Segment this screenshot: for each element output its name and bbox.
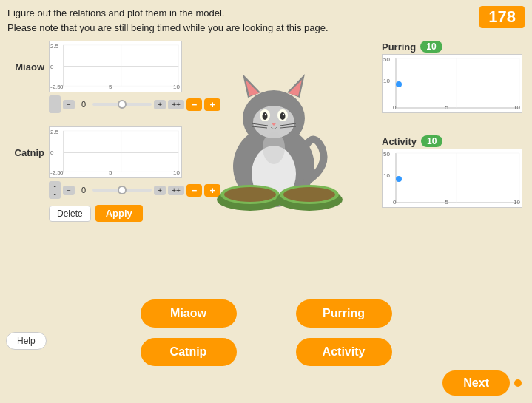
- miaow-dec-dec-btn[interactable]: --: [49, 95, 61, 113]
- catnip-graph-svg: [50, 127, 181, 177]
- miaow-graph: 2.5 0 -2.5 0 5 10: [49, 41, 182, 92]
- miaow-y-bot: -2.5: [50, 84, 61, 90]
- instruction-text: Figure out the relations and plot them i…: [7, 6, 329, 35]
- svg-point-23: [280, 112, 286, 120]
- next-row: Next: [442, 370, 522, 396]
- purring-x-end: 10: [514, 104, 520, 111]
- miaow-big-button[interactable]: Miaow: [141, 299, 237, 328]
- catnip-y-mid: 0: [50, 149, 53, 156]
- miaow-y-top: 2.5: [50, 43, 58, 50]
- timer-badge: 178: [479, 6, 525, 28]
- miaow-label: Miaow: [6, 61, 44, 72]
- catnip-block: Catnip 2.5 0 -2.5 0 5 10: [6, 126, 220, 222]
- purring-y-top: 50: [383, 56, 390, 63]
- bottom-buttons: Miaow Catnip Purring Activity: [0, 299, 532, 366]
- purring-value-badge: 10: [420, 41, 442, 53]
- activity-value-badge: 10: [421, 135, 442, 147]
- left-panel: Miaow 2.5 0 -2.5 0 5 10: [6, 38, 220, 222]
- svg-point-36: [283, 187, 335, 202]
- activity-output-label: Activity: [382, 136, 417, 147]
- catnip-inc-btn[interactable]: +: [154, 186, 166, 195]
- activity-graph-svg: [383, 149, 523, 209]
- miaow-dec-btn[interactable]: −: [63, 100, 75, 109]
- miaow-inc-btn[interactable]: +: [154, 100, 166, 109]
- purring-output-label: Purring: [382, 41, 416, 53]
- right-panel: Purring 10 50 10 0 5 10 Activity 10: [382, 41, 526, 208]
- catnip-big-button[interactable]: Catnip: [141, 338, 237, 366]
- purring-graph-svg: [383, 55, 523, 114]
- miaow-x-end: 10: [173, 84, 180, 90]
- catnip-x-end: 10: [173, 169, 180, 176]
- input-buttons: Miaow Catnip: [141, 299, 237, 366]
- apply-button[interactable]: Apply: [95, 205, 143, 222]
- catnip-inc-inc-btn[interactable]: ++: [168, 186, 184, 195]
- svg-point-33: [224, 187, 276, 202]
- catnip-graph: 2.5 0 -2.5 0 5 10: [49, 126, 182, 178]
- catnip-value-display: 0: [77, 186, 90, 194]
- svg-point-37: [263, 132, 285, 164]
- miaow-slider[interactable]: [92, 103, 152, 106]
- catnip-row: Catnip 2.5 0 -2.5 0 5 10: [6, 126, 220, 178]
- catnip-label: Catnip: [6, 147, 44, 158]
- activity-x-start: 0: [393, 199, 396, 206]
- miaow-x-mid: 5: [109, 84, 112, 90]
- catnip-slider[interactable]: [92, 189, 152, 192]
- miaow-graph-svg: [50, 41, 181, 92]
- next-button[interactable]: Next: [442, 370, 510, 396]
- header: Figure out the relations and plot them i…: [0, 0, 532, 38]
- activity-y-top: 50: [383, 151, 390, 158]
- next-dot-icon: [514, 379, 522, 387]
- output-buttons: Purring Activity: [296, 299, 392, 366]
- svg-point-24: [265, 114, 266, 115]
- purring-output-block: Purring 10 50 10 0 5 10: [382, 41, 526, 113]
- miaow-inc-inc-btn[interactable]: ++: [168, 100, 184, 109]
- svg-point-22: [263, 112, 268, 120]
- cat-svg: [200, 52, 348, 214]
- catnip-y-bot: -2.5: [50, 169, 61, 176]
- purring-output-graph: 50 10 0 5 10: [382, 54, 522, 113]
- activity-label-row: Activity 10: [382, 135, 526, 147]
- svg-point-49: [396, 176, 402, 182]
- miaow-y-mid: 0: [50, 64, 53, 70]
- purring-x-start: 0: [393, 104, 396, 111]
- svg-point-25: [283, 114, 284, 115]
- activity-output-graph: 50 10 0 5 10: [382, 149, 522, 208]
- activity-big-button[interactable]: Activity: [296, 338, 392, 366]
- activity-output-block: Activity 10 50 10 0 5 10: [382, 135, 526, 208]
- miaow-block: Miaow 2.5 0 -2.5 0 5 10: [6, 41, 220, 113]
- activity-x-mid: 5: [445, 199, 448, 206]
- activity-x-end: 10: [514, 199, 520, 206]
- purring-label-row: Purring 10: [382, 41, 526, 53]
- catnip-y-top: 2.5: [50, 129, 58, 135]
- purring-x-mid: 5: [445, 104, 448, 111]
- delete-button[interactable]: Delete: [49, 206, 91, 222]
- catnip-x-mid: 5: [109, 169, 112, 176]
- svg-point-43: [396, 81, 402, 87]
- cat-area: [192, 41, 355, 226]
- activity-y-mid: 10: [383, 172, 390, 179]
- purring-y-mid: 10: [383, 78, 390, 84]
- miaow-row: Miaow 2.5 0 -2.5 0 5 10: [6, 41, 220, 92]
- miaow-x-start: 0: [60, 84, 63, 90]
- miaow-value-display: 0: [77, 100, 90, 109]
- catnip-x-start: 0: [60, 169, 63, 176]
- purring-big-button[interactable]: Purring: [296, 299, 392, 328]
- catnip-dec-dec-btn[interactable]: --: [49, 181, 61, 199]
- catnip-dec-btn[interactable]: −: [63, 186, 75, 195]
